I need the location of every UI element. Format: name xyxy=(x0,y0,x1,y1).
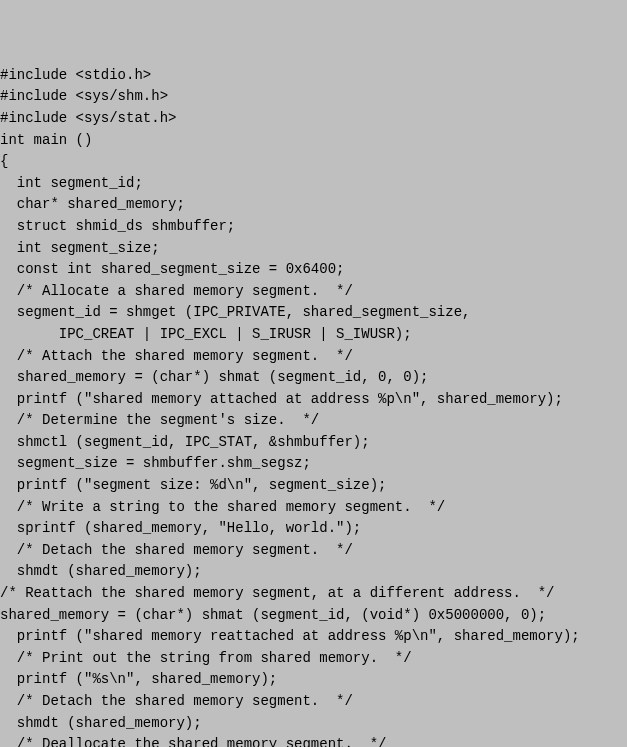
code-block: #include <stdio.h> #include <sys/shm.h> … xyxy=(0,65,627,747)
